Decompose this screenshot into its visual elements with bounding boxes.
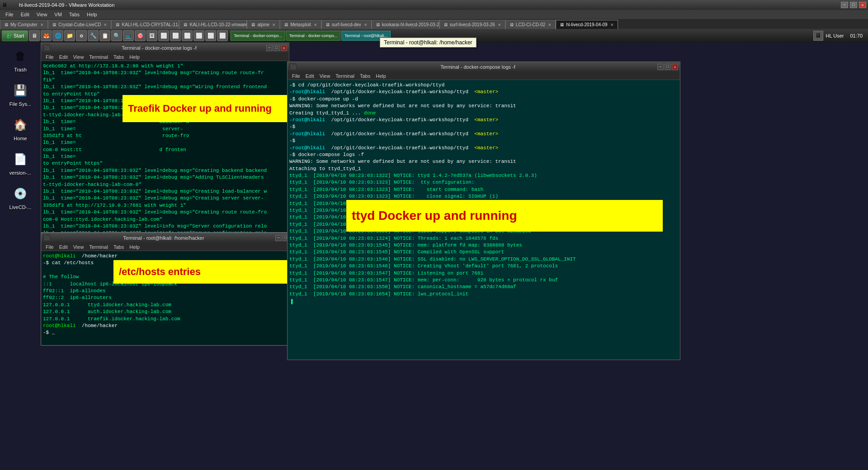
tb-icon-9[interactable]: 📺 bbox=[123, 30, 134, 41]
term-maximize[interactable]: □ bbox=[274, 45, 280, 51]
menu-edit[interactable]: Edit bbox=[17, 12, 33, 17]
term-close[interactable]: ✕ bbox=[281, 45, 287, 51]
tb-icon-16[interactable]: ⬜ bbox=[205, 30, 216, 41]
tb-icon-11[interactable]: 🖼 bbox=[146, 30, 157, 41]
tab-metasploit[interactable]: 🖥Metasploit✕ bbox=[280, 20, 321, 29]
maximize-button[interactable]: □ bbox=[850, 2, 857, 8]
menu-file[interactable]: File bbox=[2, 12, 17, 17]
tab-crystal-cube[interactable]: 🖥Crystal-Cube-LiveCD✕ bbox=[48, 20, 111, 29]
close-button[interactable]: ✕ bbox=[859, 2, 866, 8]
terminal-menubar: File Edit View Terminal Tabs Help bbox=[41, 53, 289, 61]
window-controls[interactable]: ─ □ ✕ bbox=[841, 2, 866, 8]
livecd-label: LiveCD-... bbox=[9, 204, 32, 210]
minimize-button[interactable]: ─ bbox=[841, 2, 848, 8]
menu-view[interactable]: View bbox=[33, 12, 51, 17]
tb-icon-6[interactable]: 🔧 bbox=[88, 30, 99, 41]
term-menu-tabs[interactable]: Tabs bbox=[111, 54, 127, 60]
livecd-icon: 💿 bbox=[11, 185, 29, 203]
t-menu-view[interactable]: View bbox=[317, 73, 333, 79]
desktop-icon-livecd[interactable]: 💿 LiveCD-... bbox=[9, 185, 32, 210]
term-minimize[interactable]: ─ bbox=[266, 45, 273, 51]
terminal-traefik-titlebar: ⬛ Terminal - docker-compose logs -f ─ □ … bbox=[41, 43, 289, 53]
h-menu-help[interactable]: Help bbox=[127, 244, 142, 250]
terminal-ttyd-titlebar: ⬛ Terminal - docker-compose logs -f ─ □ … bbox=[288, 62, 680, 72]
taskbar-terminal-2[interactable]: Terminal - docker-compo... bbox=[286, 31, 341, 41]
term-menu-view[interactable]: View bbox=[71, 54, 87, 60]
h-menu-view[interactable]: View bbox=[71, 244, 87, 250]
version-label: version-... bbox=[9, 170, 31, 176]
h-menu-tabs[interactable]: Tabs bbox=[111, 244, 127, 250]
tab-kali-1[interactable]: 🖥KALI-HL-LCD-CRYSTAL-11-01-...✕ bbox=[111, 20, 179, 29]
t-menu-help[interactable]: Help bbox=[373, 73, 389, 79]
tab-hl-livecd[interactable]: 🖥hl-livecd-2019-04-09✕ bbox=[556, 20, 618, 29]
tb-icon-17[interactable]: ⬜ bbox=[217, 30, 228, 41]
term-ttyd-close[interactable]: ✕ bbox=[672, 64, 678, 70]
terminal-icon: ⬛ bbox=[43, 44, 50, 52]
ttyd-annotation: ttyd Docker up and running bbox=[346, 200, 663, 232]
cursor-line: ▌ bbox=[289, 298, 678, 306]
tb-icon-1[interactable]: 🖥 bbox=[29, 30, 40, 41]
term-hosts-minimize[interactable]: ─ bbox=[275, 235, 282, 241]
start-button[interactable]: 🐉Start bbox=[2, 30, 28, 41]
menu-tabs[interactable]: Tabs bbox=[66, 12, 83, 17]
desktop-icons-panel: 🗑 Trash 💾 File Sys... 🏠 Home 📄 version-.… bbox=[0, 43, 41, 214]
term-ttyd-minimize[interactable]: ─ bbox=[657, 64, 664, 70]
terminal-traefik-body: 9cebc062 at http://172.18.0.2:80 with we… bbox=[41, 61, 289, 232]
tab-my-computer[interactable]: 🖥My Computer✕ bbox=[0, 20, 48, 29]
term-ttyd-controls[interactable]: ─ □ ✕ bbox=[657, 64, 678, 70]
term-menu-help[interactable]: Help bbox=[127, 54, 142, 60]
term-ttyd-maximize[interactable]: □ bbox=[665, 64, 671, 70]
tb-icon-14[interactable]: ⬜ bbox=[182, 30, 193, 41]
tb-icon-8[interactable]: 🔍 bbox=[111, 30, 122, 41]
ttyd-annotation-text: ttyd Docker up and running bbox=[352, 207, 517, 224]
terminal-ttyd-title: Terminal - docker-compose logs -f bbox=[298, 64, 657, 70]
term-menu-terminal[interactable]: Terminal bbox=[86, 54, 111, 60]
tab-surf-dev[interactable]: 🖥surf-livecd-dev✕ bbox=[321, 20, 372, 29]
filesys-icon: 💾 bbox=[11, 81, 29, 100]
t-menu-edit[interactable]: Edit bbox=[303, 73, 317, 79]
clock: 01:70 bbox=[846, 33, 866, 38]
app-title: hl-livecd-2019-04-09 - VMware Workstatio… bbox=[10, 2, 841, 8]
t-menu-tabs[interactable]: Tabs bbox=[357, 73, 373, 79]
terminal-ttyd-content: -$ cd /opt/git/docker-keycloak-traefik-w… bbox=[289, 82, 678, 207]
h-menu-file[interactable]: File bbox=[43, 244, 57, 250]
desktop-icon-trash[interactable]: 🗑 Trash bbox=[11, 47, 29, 72]
menu-help[interactable]: Help bbox=[83, 12, 101, 17]
taskbar-terminal-1[interactable]: Terminal - docker-compo... bbox=[231, 31, 285, 41]
tab-kookarai[interactable]: 🖥kookarai-hl-livecd-2019-03-21✕ bbox=[372, 20, 439, 29]
tab-surf-26[interactable]: 🖥surf-livecd-2019-03-26✕ bbox=[439, 20, 505, 29]
tab-kali-2[interactable]: 🖥KALI-HL-LCD-10-22-vmware-...✕ bbox=[179, 20, 247, 29]
tb-icon-10[interactable]: 🎯 bbox=[135, 30, 146, 41]
main-menu-bar: File Edit View VM Tabs Help bbox=[0, 10, 868, 19]
tb-icon-13[interactable]: ⬜ bbox=[170, 30, 181, 41]
t-menu-file[interactable]: File bbox=[289, 73, 303, 79]
tb-icon-15[interactable]: ⬜ bbox=[193, 30, 204, 41]
tb-icon-4[interactable]: 📁 bbox=[64, 30, 75, 41]
desktop-icon-home[interactable]: 🏠 Home bbox=[11, 116, 29, 141]
version-icon: 📄 bbox=[11, 150, 29, 168]
h-menu-terminal[interactable]: Terminal bbox=[86, 244, 111, 250]
terminal-ttyd-logs: ⬛ Terminal - docker-compose logs -f ─ □ … bbox=[287, 62, 680, 360]
tab-alpine[interactable]: 🖥alpine✕ bbox=[247, 20, 280, 29]
tb-icon-12[interactable]: ⬜ bbox=[158, 30, 169, 41]
term-controls[interactable]: ─ □ ✕ bbox=[266, 45, 287, 51]
menu-vm[interactable]: VM bbox=[51, 12, 66, 17]
screen-icon[interactable]: 🖥 bbox=[813, 31, 823, 41]
terminal-ttyd-body: -$ cd /opt/git/docker-keycloak-traefik-w… bbox=[288, 80, 680, 360]
home-label: Home bbox=[14, 136, 27, 141]
tb-icon-5[interactable]: ⚙ bbox=[76, 30, 87, 41]
t-menu-terminal[interactable]: Terminal bbox=[333, 73, 357, 79]
tab-lcd-ci[interactable]: 🖥LCD-CI-CD-02✕ bbox=[505, 20, 556, 29]
desktop-icon-version[interactable]: 📄 version-... bbox=[9, 150, 31, 176]
terminal-hosts-menubar: File Edit View Terminal Tabs Help bbox=[41, 243, 298, 251]
h-menu-edit[interactable]: Edit bbox=[57, 244, 71, 250]
titlebar: 🖥 hl-livecd-2019-04-09 - VMware Workstat… bbox=[0, 0, 868, 10]
tb-icon-2[interactable]: 🦊 bbox=[41, 30, 52, 41]
terminal-ttyd-menubar: File Edit View Terminal Tabs Help bbox=[288, 72, 680, 80]
tb-icon-7[interactable]: 📋 bbox=[99, 30, 110, 41]
desktop-icon-filesys[interactable]: 💾 File Sys... bbox=[9, 81, 31, 107]
term-menu-edit[interactable]: Edit bbox=[57, 54, 71, 60]
tb-icon-3[interactable]: 🌐 bbox=[52, 30, 63, 41]
terminal-ttyd-icon: ⬛ bbox=[289, 63, 297, 71]
term-menu-file[interactable]: File bbox=[43, 54, 57, 60]
